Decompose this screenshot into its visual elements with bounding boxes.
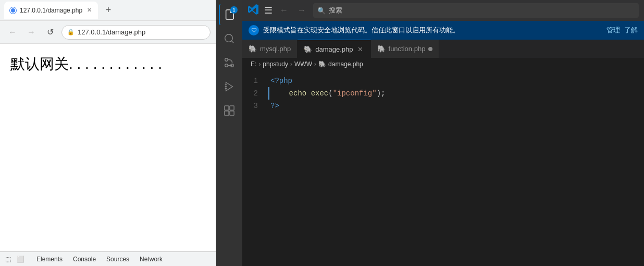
breadcrumb-file: damage.php	[328, 61, 363, 68]
mysql-tab-label: mysql.php	[260, 45, 291, 53]
code-open-paren: (	[328, 87, 332, 100]
php-close-tag: ?>	[270, 100, 279, 112]
devtools-tab-elements[interactable]: Elements	[31, 252, 68, 267]
line-numbers: 1 2 3	[242, 70, 268, 266]
code-content[interactable]: <?php echo exec ( "ipconfig" ) ; ?>	[268, 70, 644, 266]
vscode-logo	[247, 4, 259, 18]
forward-button[interactable]: →	[24, 25, 39, 40]
browser-titlebar: 127.0.0.1/damage.php ✕ +	[0, 0, 216, 21]
tab-title: 127.0.0.1/damage.php	[20, 7, 82, 14]
code-close-paren: )	[377, 87, 381, 100]
line-num-1: 1	[242, 75, 258, 87]
vscode-back-btn[interactable]: ←	[278, 4, 290, 17]
devtools-bar: ⬚ ⬜ Elements Console Sources Network	[0, 251, 216, 266]
editor-area[interactable]: 1 2 3 <?php echo exec ( "ipconfig" ) ;	[242, 70, 644, 266]
refresh-button[interactable]: ↺	[43, 25, 57, 40]
sidebar-icon-files[interactable]: 1	[219, 4, 240, 25]
line-num-3: 3	[242, 100, 258, 112]
lock-icon: 🔒	[67, 29, 75, 35]
function-tab-label: function.php	[389, 45, 426, 53]
svg-marker-5	[226, 82, 233, 91]
svg-rect-8	[225, 111, 229, 115]
breadcrumb-drive: E:	[251, 61, 256, 68]
code-space	[306, 87, 311, 100]
vscode-menu-icon[interactable]: ☰	[264, 5, 273, 16]
vscode-titlebar: ☰ ← → 🔍 搜索	[242, 0, 644, 21]
sidebar-icon-source-control[interactable]	[219, 52, 240, 73]
svg-rect-9	[230, 111, 234, 115]
browser-addressbar: ← → ↺ 🔒 127.0.0.1/damage.php	[0, 21, 216, 44]
devtools-cursor-icon[interactable]: ⬚	[2, 253, 14, 265]
breadcrumb-sep1: ›	[258, 61, 261, 68]
tab-favicon-icon	[9, 7, 17, 14]
files-badge: 1	[230, 6, 238, 14]
vscode-search-placeholder: 搜索	[329, 6, 342, 15]
php-open-tag: <?php	[270, 75, 292, 87]
mysql-tab-icon: 🐘	[249, 45, 257, 53]
page-text: 默认网关. . . . . . . . . . . .	[10, 54, 205, 74]
function-tab-modified-dot	[428, 47, 432, 51]
breadcrumb-file-icon: 🐘	[318, 61, 326, 68]
devtools-tab-sources[interactable]: Sources	[101, 252, 134, 267]
browser-pane: 127.0.0.1/damage.php ✕ + ← → ↺ 🔒 127.0.0…	[0, 0, 216, 266]
devtools-bar-icons: ⬚ ⬜	[2, 253, 26, 265]
svg-point-2	[225, 58, 228, 62]
code-line-3: ?>	[268, 100, 644, 112]
code-string: "ipconfig"	[333, 87, 377, 100]
url-text: 127.0.0.1/damage.php	[78, 28, 145, 36]
devtools-inspect-icon[interactable]: ⬜	[15, 253, 26, 265]
security-learn-link[interactable]: 了解	[624, 26, 638, 35]
breadcrumb-folder1: phpstudy	[263, 61, 288, 68]
browser-content: 默认网关. . . . . . . . . . . .	[0, 44, 216, 266]
svg-rect-7	[230, 106, 234, 110]
address-field[interactable]: 🔒 127.0.0.1/damage.php	[61, 25, 210, 40]
function-tab-icon: 🐘	[377, 45, 386, 53]
vscode-sidebar: 1	[216, 0, 242, 266]
breadcrumb: E: › phpstudy › WWW › 🐘 damage.php	[242, 58, 644, 70]
code-echo: echo	[289, 87, 307, 100]
code-line-2: echo exec ( "ipconfig" ) ;	[268, 87, 644, 100]
svg-rect-6	[225, 106, 229, 110]
sidebar-icon-debug[interactable]	[219, 76, 240, 97]
damage-tab-close[interactable]: ✕	[356, 45, 364, 54]
vscode-forward-btn[interactable]: →	[295, 4, 308, 17]
security-manage-link[interactable]: 管理	[606, 26, 620, 35]
code-line-1: <?php	[268, 75, 644, 87]
sidebar-icon-search[interactable]	[219, 28, 240, 49]
new-tab-button[interactable]: +	[101, 3, 116, 18]
devtools-tab-network[interactable]: Network	[134, 252, 168, 267]
breadcrumb-folder2: WWW	[294, 61, 312, 68]
devtools-tab-console[interactable]: Console	[68, 252, 101, 267]
tab-close-btn[interactable]: ✕	[85, 7, 93, 14]
vscode-main: ☰ ← → 🔍 搜索 🛡 受限模式旨在实现安全地浏览代码。信任此窗口以启用所有功…	[242, 0, 644, 266]
vscode-search-box[interactable]: 🔍 搜索	[313, 3, 639, 18]
damage-tab-label: damage.php	[315, 45, 353, 53]
browser-tab[interactable]: 127.0.0.1/damage.php ✕	[4, 2, 98, 19]
breadcrumb-sep3: ›	[314, 61, 316, 68]
shield-icon: 🛡	[249, 25, 259, 35]
svg-line-1	[231, 41, 233, 43]
tab-function-php[interactable]: 🐘 function.php	[371, 40, 440, 58]
svg-point-0	[225, 34, 233, 42]
tab-damage-php[interactable]: 🐘 damage.php ✕	[298, 40, 370, 58]
code-indent	[271, 87, 289, 100]
vscode-search-icon: 🔍	[317, 7, 326, 15]
security-banner: 🛡 受限模式旨在实现安全地浏览代码。信任此窗口以启用所有功能。 管理 了解	[242, 21, 644, 40]
code-exec: exec	[311, 87, 329, 100]
editor-tabs: 🐘 mysql.php 🐘 damage.php ✕ 🐘 function.ph…	[242, 40, 644, 58]
sidebar-icon-extensions[interactable]	[219, 100, 240, 121]
breadcrumb-sep2: ›	[290, 61, 292, 68]
damage-tab-icon: 🐘	[304, 45, 312, 53]
line-num-2: 2	[242, 87, 258, 100]
security-banner-text: 受限模式旨在实现安全地浏览代码。信任此窗口以启用所有功能。	[263, 26, 602, 35]
code-semicolon: ;	[381, 87, 385, 100]
svg-point-4	[225, 64, 228, 67]
tab-mysql-php[interactable]: 🐘 mysql.php	[242, 40, 298, 58]
back-button[interactable]: ←	[5, 25, 20, 40]
